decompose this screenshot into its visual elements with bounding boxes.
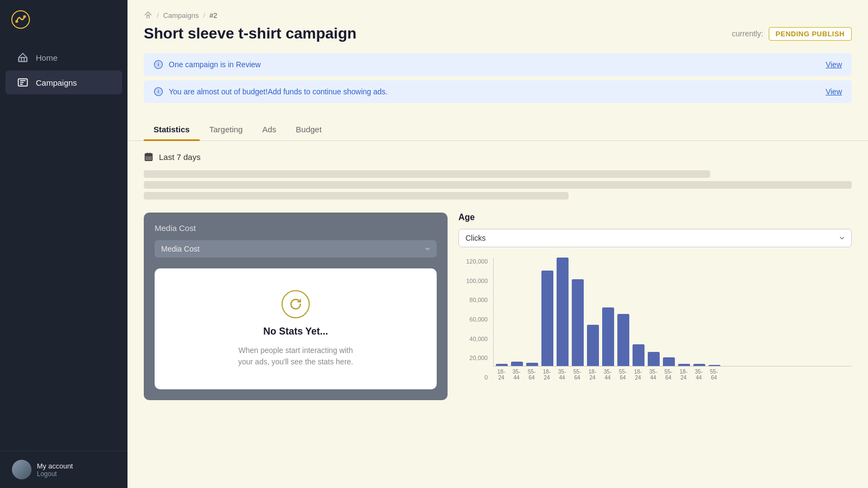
breadcrumb-campaigns[interactable]: Campaigns bbox=[163, 11, 199, 20]
bar-14 bbox=[709, 365, 720, 366]
alert-review: i One campaign is in Review View bbox=[144, 53, 852, 76]
tab-budget[interactable]: Budget bbox=[286, 119, 331, 141]
y-axis-labels: 0 20,000 40,000 60,000 80,000 100,000 12… bbox=[458, 258, 491, 381]
sidebar-logo bbox=[0, 0, 127, 39]
x-label-7: 35-44 bbox=[602, 369, 614, 381]
breadcrumb-sep-1: / bbox=[157, 11, 159, 20]
bar-0 bbox=[496, 364, 508, 366]
refresh-icon bbox=[289, 297, 303, 311]
svg-point-2 bbox=[23, 15, 26, 18]
age-chart-title: Age bbox=[458, 213, 852, 222]
sidebar: Home Campaigns My account Logout bbox=[0, 0, 127, 488]
svg-rect-15 bbox=[147, 153, 148, 155]
logout-button[interactable]: Logout bbox=[37, 470, 73, 478]
breadcrumb: / Campaigns / #2 bbox=[127, 0, 868, 25]
date-range-label: Last 7 days bbox=[159, 152, 201, 162]
bar-3 bbox=[541, 271, 553, 366]
bar-2 bbox=[526, 363, 538, 366]
status-area: currently: PENDING PUBLISH bbox=[732, 27, 852, 41]
y-label-40k: 40,000 bbox=[469, 336, 488, 342]
main-content: / Campaigns / #2 Short sleeve t-shirt ca… bbox=[127, 0, 868, 488]
status-badge: PENDING PUBLISH bbox=[769, 27, 852, 41]
no-stats-box: No Stats Yet... When people start intera… bbox=[155, 268, 437, 389]
x-axis-labels: 18-2435-4455-6418-2435-4455-6418-2435-44… bbox=[493, 367, 852, 381]
y-label-20k: 20,000 bbox=[469, 355, 488, 361]
alert-review-view[interactable]: View bbox=[826, 60, 842, 69]
x-label-4: 35-44 bbox=[556, 369, 568, 381]
calendar-icon bbox=[144, 152, 154, 162]
svg-rect-13 bbox=[145, 156, 152, 160]
sidebar-item-home[interactable]: Home bbox=[5, 46, 122, 69]
x-label-2: 55-64 bbox=[526, 369, 538, 381]
x-label-12: 18-24 bbox=[678, 369, 690, 381]
x-label-5: 55-64 bbox=[571, 369, 583, 381]
bar-6 bbox=[587, 325, 599, 366]
no-stats-desc: When people start interacting with your … bbox=[231, 345, 361, 368]
breadcrumb-home-icon[interactable] bbox=[144, 11, 152, 20]
bar-5 bbox=[572, 279, 584, 366]
bar-7 bbox=[602, 307, 614, 366]
x-label-3: 18-24 bbox=[541, 369, 553, 381]
tab-ads[interactable]: Ads bbox=[252, 119, 286, 141]
footer-info: My account Logout bbox=[37, 462, 73, 478]
alert-budget-view[interactable]: View bbox=[826, 87, 842, 96]
avatar-image bbox=[12, 460, 31, 479]
x-label-6: 18-24 bbox=[586, 369, 598, 381]
svg-rect-14 bbox=[145, 153, 152, 156]
bar-8 bbox=[617, 314, 629, 366]
bar-11 bbox=[663, 357, 675, 366]
account-name: My account bbox=[37, 462, 73, 470]
sidebar-navigation: Home Campaigns bbox=[0, 39, 127, 451]
bar-1 bbox=[511, 362, 523, 366]
svg-point-1 bbox=[15, 20, 18, 23]
tabs-bar: Statistics Targeting Ads Budget bbox=[127, 108, 868, 141]
svg-rect-16 bbox=[150, 153, 151, 155]
bar-4 bbox=[557, 258, 569, 366]
y-label-80k: 80,000 bbox=[469, 297, 488, 303]
bar-9 bbox=[633, 344, 644, 366]
bar-12 bbox=[678, 364, 690, 366]
loading-bar-1 bbox=[144, 170, 710, 178]
refresh-icon-container bbox=[282, 290, 310, 318]
media-cost-title: Media Cost bbox=[155, 223, 437, 233]
info-icon-budget: i bbox=[154, 87, 163, 97]
breadcrumb-current: #2 bbox=[209, 11, 217, 20]
date-range-selector[interactable]: Last 7 days bbox=[144, 152, 852, 162]
y-label-120k: 120,000 bbox=[466, 258, 488, 265]
age-chart-card: Age Clicks Impressions Media Cost 0 20,0… bbox=[458, 213, 852, 391]
info-icon-review: i bbox=[154, 60, 163, 69]
x-label-8: 55-64 bbox=[617, 369, 629, 381]
tab-statistics[interactable]: Statistics bbox=[144, 119, 200, 141]
sidebar-footer: My account Logout bbox=[0, 451, 127, 488]
alert-review-left: i One campaign is in Review bbox=[154, 60, 261, 69]
alert-budget: i You are almost out of budget!Add funds… bbox=[144, 80, 852, 103]
home-icon bbox=[17, 52, 28, 63]
sidebar-campaigns-label: Campaigns bbox=[36, 78, 77, 87]
x-label-11: 55-64 bbox=[662, 369, 674, 381]
svg-text:i: i bbox=[158, 62, 159, 67]
svg-text:i: i bbox=[158, 89, 159, 94]
page-header: Short sleeve t-shirt campaign currently:… bbox=[127, 25, 868, 53]
avatar bbox=[12, 460, 31, 479]
age-metric-select[interactable]: Clicks Impressions Media Cost bbox=[458, 229, 852, 247]
sidebar-item-campaigns[interactable]: Campaigns bbox=[5, 70, 122, 94]
x-label-0: 18-24 bbox=[495, 369, 507, 381]
sidebar-home-label: Home bbox=[36, 53, 58, 62]
loading-bar-3 bbox=[144, 192, 569, 200]
x-label-10: 35-44 bbox=[647, 369, 659, 381]
loading-bars bbox=[144, 170, 852, 200]
status-label: currently: bbox=[732, 29, 763, 38]
bar-chart bbox=[493, 258, 852, 367]
alert-review-text: One campaign is in Review bbox=[169, 60, 261, 69]
x-label-14: 55-64 bbox=[708, 369, 720, 381]
x-label-9: 18-24 bbox=[632, 369, 644, 381]
media-cost-card: Media Cost Media Cost Impressions Clicks… bbox=[144, 213, 448, 400]
tab-targeting[interactable]: Targeting bbox=[200, 119, 253, 141]
y-label-0: 0 bbox=[484, 374, 488, 381]
alerts-container: i One campaign is in Review View i You a… bbox=[127, 53, 868, 103]
loading-bar-2 bbox=[144, 181, 852, 189]
alert-budget-text: You are almost out of budget!Add funds t… bbox=[169, 87, 387, 96]
media-cost-select[interactable]: Media Cost Impressions Clicks bbox=[155, 240, 437, 258]
campaigns-icon bbox=[17, 77, 28, 88]
bar-10 bbox=[648, 352, 660, 366]
